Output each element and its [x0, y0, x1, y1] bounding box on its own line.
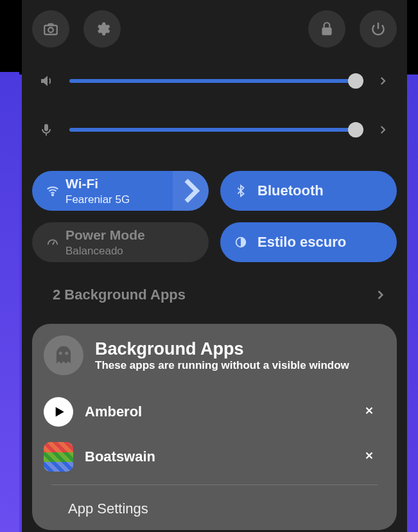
top-action-row — [32, 10, 397, 48]
svg-point-7 — [65, 351, 68, 355]
svg-point-6 — [59, 351, 62, 355]
wifi-toggle-subtitle: Feareniar 5G — [65, 193, 130, 206]
quick-settings-panel: Wi-Fi Feareniar 5G Bluetooth Power Mode … — [22, 0, 407, 532]
chevron-right-icon — [377, 75, 388, 87]
background-apps-row[interactable]: 2 Background Apps — [32, 280, 397, 310]
app-name-label: Boatswain — [85, 448, 352, 465]
close-amberol-button[interactable] — [363, 405, 375, 419]
amberol-app-icon — [44, 397, 73, 427]
close-icon — [363, 450, 375, 461]
ghost-icon — [44, 335, 83, 375]
svg-rect-3 — [44, 124, 48, 131]
screenshot-button[interactable] — [32, 10, 69, 48]
chevron-right-icon — [377, 124, 388, 136]
wifi-toggle[interactable]: Wi-Fi Feareniar 5G — [32, 171, 209, 211]
mic-slider-row — [32, 122, 397, 137]
contrast-icon — [228, 235, 254, 249]
dark-style-toggle[interactable]: Estilo escuro — [220, 222, 397, 262]
power-mode-subtitle: Balanceado — [65, 244, 145, 258]
background-apps-popover: Background Apps These apps are running w… — [32, 324, 397, 530]
lock-icon — [318, 21, 335, 37]
chevron-right-icon — [374, 288, 387, 301]
microphone-icon — [37, 122, 55, 137]
power-icon — [370, 21, 387, 37]
gauge-icon — [40, 235, 65, 249]
volume-more-button[interactable] — [374, 75, 392, 87]
wifi-icon — [40, 184, 65, 198]
dark-style-title: Estilo escuro — [257, 234, 346, 251]
app-name-label: Amberol — [85, 403, 352, 420]
svg-rect-2 — [322, 28, 331, 35]
power-button[interactable] — [360, 10, 397, 48]
volume-slider-thumb[interactable] — [348, 73, 363, 89]
volume-slider-row — [32, 73, 397, 89]
app-settings-button[interactable]: App Settings — [39, 485, 390, 517]
svg-rect-0 — [44, 26, 57, 35]
bluetooth-toggle-title: Bluetooth — [257, 182, 324, 199]
wifi-more-button[interactable] — [173, 171, 209, 211]
wallpaper-accent — [0, 72, 19, 532]
chevron-right-icon — [173, 173, 209, 209]
toggle-grid: Wi-Fi Feareniar 5G Bluetooth Power Mode … — [32, 171, 397, 262]
mic-more-button[interactable] — [374, 124, 392, 136]
boatswain-app-icon — [44, 442, 73, 472]
mic-slider-thumb[interactable] — [348, 122, 363, 137]
app-settings-label: App Settings — [68, 501, 148, 517]
popover-header: Background Apps These apps are running w… — [39, 335, 390, 375]
lock-button[interactable] — [308, 10, 345, 48]
app-row-boatswain[interactable]: Boatswain — [39, 434, 390, 479]
svg-point-1 — [48, 28, 53, 33]
close-icon — [363, 405, 375, 416]
app-row-amberol[interactable]: Amberol — [39, 389, 390, 434]
camera-icon — [42, 21, 59, 37]
play-icon — [50, 403, 67, 420]
mic-slider[interactable] — [69, 128, 360, 132]
close-boatswain-button[interactable] — [363, 450, 375, 464]
popover-title: Background Apps — [95, 339, 349, 359]
popover-subtitle: These apps are running without a visible… — [95, 359, 349, 372]
gear-icon — [94, 21, 110, 37]
power-mode-toggle[interactable]: Power Mode Balanceado — [32, 222, 209, 262]
settings-button[interactable] — [83, 10, 121, 48]
svg-point-4 — [52, 194, 53, 195]
wifi-toggle-title: Wi-Fi — [65, 175, 130, 192]
volume-slider[interactable] — [69, 79, 360, 83]
bluetooth-icon — [228, 184, 254, 198]
power-mode-title: Power Mode — [65, 227, 145, 244]
speaker-icon — [37, 73, 55, 89]
bluetooth-toggle[interactable]: Bluetooth — [220, 171, 397, 211]
background-apps-label: 2 Background Apps — [53, 287, 374, 303]
